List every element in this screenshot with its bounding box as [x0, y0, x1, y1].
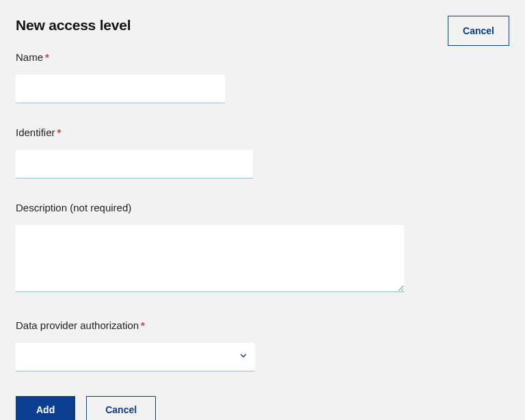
field-description: Description (not required) [16, 202, 404, 292]
identifier-input[interactable] [16, 150, 253, 179]
name-label: Name* [16, 51, 225, 64]
add-button[interactable]: Add [16, 396, 75, 420]
header-row: New access level Cancel [16, 16, 509, 46]
required-marker: * [141, 319, 145, 331]
name-label-text: Name [16, 51, 43, 63]
form-fields: Name* Identifier* Description (not requi… [16, 51, 509, 420]
cancel-button-top[interactable]: Cancel [448, 16, 509, 46]
identifier-label: Identifier* [16, 127, 253, 139]
field-name: Name* [16, 51, 225, 103]
description-label: Description (not required) [16, 202, 404, 214]
provider-select-wrapper [16, 343, 255, 371]
provider-label-text: Data provider authorization [16, 319, 139, 331]
provider-label: Data provider authorization* [16, 319, 255, 332]
form-container: New access level Cancel Name* Identifier… [0, 0, 525, 420]
cancel-button-bottom[interactable]: Cancel [86, 396, 156, 420]
required-marker: * [45, 51, 49, 63]
identifier-label-text: Identifier [16, 127, 55, 138]
field-provider: Data provider authorization* [16, 319, 255, 371]
provider-select[interactable] [16, 343, 255, 371]
required-marker: * [57, 127, 62, 138]
page-title: New access level [16, 16, 131, 34]
name-input[interactable] [16, 75, 225, 103]
field-identifier: Identifier* [16, 127, 253, 179]
form-actions: Add Cancel [16, 396, 509, 420]
description-textarea[interactable] [16, 225, 404, 292]
